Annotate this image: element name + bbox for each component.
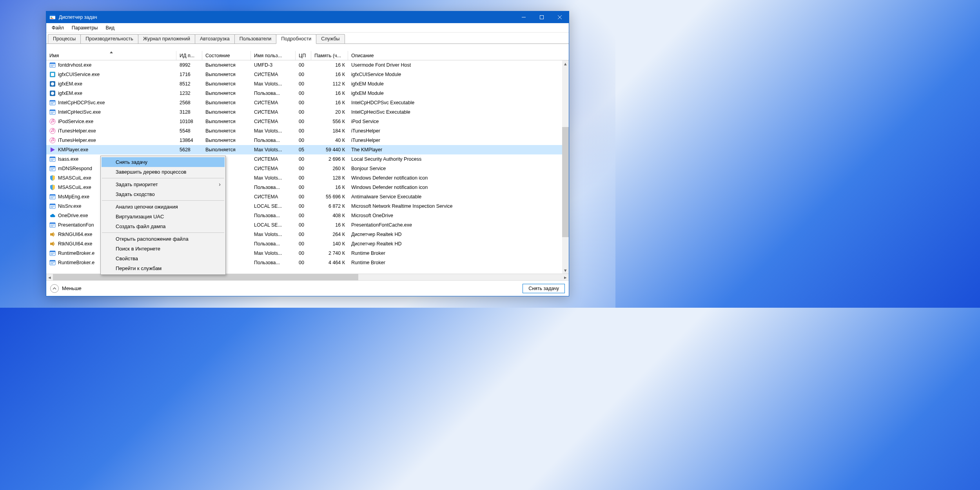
- cell-user: Пользова...: [251, 260, 296, 265]
- generic-app-icon: [49, 222, 56, 228]
- cell-description: iTunesHelper: [348, 138, 569, 143]
- close-button[interactable]: [551, 11, 569, 23]
- scrollbar-track[interactable]: [562, 67, 569, 267]
- tab-4[interactable]: Пользователи: [234, 34, 277, 44]
- cell-name: fontdrvhost.exe: [46, 62, 176, 68]
- process-name: NisSrv.exe: [58, 203, 82, 209]
- column-header-2[interactable]: Состояние: [202, 51, 251, 60]
- column-header-5[interactable]: Память (ч...: [311, 51, 348, 60]
- svg-rect-51: [51, 225, 54, 225]
- tab-0[interactable]: Процессы: [48, 34, 81, 44]
- scrollbar-thumb[interactable]: [562, 127, 569, 237]
- column-header-3[interactable]: Имя польз...: [251, 51, 296, 60]
- cell-cpu: 00: [296, 166, 311, 171]
- table-row[interactable]: iTunesHelper.exe5548ВыполняетсяMax Volot…: [46, 126, 569, 136]
- cell-pid: 13864: [176, 138, 202, 143]
- context-menu-item-13[interactable]: Перейти к службам: [102, 263, 225, 273]
- menu-файл[interactable]: Файл: [48, 24, 68, 31]
- scroll-right-icon[interactable]: ▸: [562, 274, 569, 281]
- process-name: iPodService.exe: [58, 119, 93, 124]
- tab-6[interactable]: Службы: [316, 34, 345, 44]
- column-header-0[interactable]: Имя: [46, 51, 176, 60]
- generic-app-icon: [49, 165, 56, 172]
- context-menu-item-1[interactable]: Завершить дерево процессов: [102, 167, 225, 177]
- cell-user: Пользова...: [251, 213, 296, 218]
- cell-state: Выполняется: [202, 138, 251, 143]
- cell-user: СИСТЕМА: [251, 119, 296, 124]
- svg-rect-64: [51, 263, 53, 264]
- cell-user: Max Volots...: [251, 147, 296, 152]
- svg-rect-24: [51, 112, 54, 113]
- cell-description: igfxEM Module: [348, 91, 569, 96]
- cell-user: Пользова...: [251, 138, 296, 143]
- process-name: KMPlayer.exe: [58, 147, 88, 152]
- context-menu-item-6[interactable]: Анализ цепочки ожидания: [102, 202, 225, 212]
- cell-cpu: 00: [296, 213, 311, 218]
- context-menu-item-10[interactable]: Открыть расположение файла: [102, 234, 225, 244]
- context-menu-item-11[interactable]: Поиск в Интернете: [102, 244, 225, 254]
- tab-5[interactable]: Подробности: [276, 34, 316, 44]
- maximize-button[interactable]: [533, 11, 551, 23]
- cell-user: СИСТЕМА: [251, 100, 296, 105]
- table-row[interactable]: igfxEM.exe8512ВыполняетсяMax Volots...00…: [46, 79, 569, 89]
- cell-cpu: 00: [296, 222, 311, 228]
- process-name: RuntimeBroker.e: [58, 250, 94, 256]
- cell-memory: 16 К: [311, 72, 348, 77]
- menu-вид[interactable]: Вид: [102, 24, 118, 31]
- cell-user: Max Volots...: [251, 250, 296, 256]
- fewer-details-button[interactable]: Меньше: [50, 284, 82, 293]
- table-row[interactable]: KMPlayer.exe5628ВыполняетсяMax Volots...…: [46, 145, 569, 154]
- svg-rect-42: [50, 194, 55, 196]
- cell-description: Bonjour Service: [348, 166, 569, 171]
- cell-pid: 8512: [176, 81, 202, 87]
- svg-rect-48: [51, 207, 53, 208]
- context-menu-item-3[interactable]: Задать приоритет: [102, 180, 225, 189]
- table-row[interactable]: fontdrvhost.exe8992ВыполняетсяUMFD-30016…: [46, 60, 569, 70]
- scroll-left-icon[interactable]: ◂: [46, 274, 53, 281]
- process-name: MsMpEng.exe: [58, 194, 89, 200]
- table-row[interactable]: igfxCUIService.exe1716ВыполняетсяСИСТЕМА…: [46, 70, 569, 79]
- tab-1[interactable]: Производительность: [80, 34, 138, 44]
- cell-description: Диспетчер Realtek HD: [348, 232, 569, 237]
- table-row[interactable]: IntelCpHeciSvc.exe3128ВыполняетсяСИСТЕМА…: [46, 107, 569, 117]
- context-menu-item-8[interactable]: Создать файл дампа: [102, 221, 225, 231]
- end-task-button[interactable]: Снять задачу: [523, 284, 565, 293]
- scroll-up-icon[interactable]: ▴: [562, 60, 569, 67]
- context-menu-item-12[interactable]: Свойства: [102, 254, 225, 263]
- vertical-scrollbar[interactable]: ▴ ▾: [562, 60, 569, 274]
- cell-cpu: 00: [296, 138, 311, 143]
- scroll-down-icon[interactable]: ▾: [562, 267, 569, 274]
- svg-rect-55: [50, 243, 52, 245]
- tab-3[interactable]: Автозагрузка: [195, 34, 235, 44]
- svg-rect-63: [51, 262, 54, 263]
- context-menu-item-4[interactable]: Задать сходство: [102, 189, 225, 199]
- column-header-6[interactable]: Описание: [348, 51, 569, 60]
- process-name: IntelCpHDCPSvc.exe: [58, 100, 105, 105]
- window-controls: [515, 11, 569, 23]
- cell-memory: 40 К: [311, 138, 348, 143]
- svg-point-17: [51, 92, 54, 95]
- cell-state: Выполняется: [202, 91, 251, 96]
- table-row[interactable]: iTunesHelper.exe13864ВыполняетсяПользова…: [46, 136, 569, 145]
- generic-app-icon: [49, 109, 56, 115]
- table-row[interactable]: igfxEM.exe1232ВыполняетсяПользова...0016…: [46, 89, 569, 98]
- table-row[interactable]: iPodService.exe10108ВыполняетсяСИСТЕМА00…: [46, 117, 569, 126]
- svg-rect-40: [51, 169, 53, 170]
- cell-memory: 128 К: [311, 175, 348, 181]
- cloud-icon: [49, 212, 56, 219]
- cell-memory: 556 К: [311, 119, 348, 124]
- menu-параметры[interactable]: Параметры: [68, 24, 102, 31]
- svg-rect-19: [50, 100, 55, 102]
- tab-2[interactable]: Журнал приложений: [138, 34, 195, 44]
- music-note-icon: [49, 128, 56, 134]
- column-header-4[interactable]: ЦП: [296, 51, 311, 60]
- context-menu-item-7[interactable]: Виртуализация UAC: [102, 212, 225, 221]
- table-row[interactable]: IntelCpHDCPSvc.exe2568ВыполняетсяСИСТЕМА…: [46, 98, 569, 107]
- context-menu-item-0[interactable]: Снять задачу: [102, 157, 225, 167]
- minimize-button[interactable]: [515, 11, 533, 23]
- cell-cpu: 00: [296, 81, 311, 87]
- titlebar[interactable]: Диспетчер задач: [46, 11, 569, 23]
- column-header-1[interactable]: ИД п...: [176, 51, 202, 60]
- svg-rect-13: [51, 73, 54, 76]
- svg-rect-36: [51, 160, 53, 161]
